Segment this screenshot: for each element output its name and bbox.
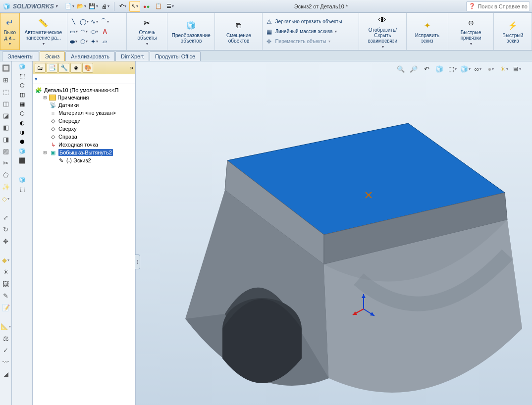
line-tool[interactable]: ╲ [69, 17, 78, 26]
shaded-icon[interactable]: ◨ [1, 135, 10, 144]
tab-evaluate[interactable]: Анализировать [65, 51, 115, 61]
ctx-11-icon[interactable]: ⬛ [19, 157, 26, 164]
tab-features[interactable]: Элементы [2, 51, 39, 61]
hide-show-icon[interactable]: ∞▾ [473, 63, 483, 74]
3d-viewport[interactable]: ⟩ 🔍 🔎 ↶ 🧊 ⬚▾ 🧊▾ ∞▾ ●▾ ☀▾ 🖥▾ [136, 61, 532, 405]
view-icon[interactable]: 🔲 [1, 63, 10, 72]
rebuild-button[interactable]: ●● [141, 1, 152, 12]
ctx-3-icon[interactable]: ⬠ [20, 82, 25, 89]
real-view-icon[interactable]: ✨ [1, 182, 10, 191]
display-tab[interactable]: 🎨 [82, 63, 93, 73]
ctx-6-icon[interactable]: ⬡ [20, 110, 25, 117]
rotate-icon[interactable]: ↻ [1, 225, 10, 234]
annotate-icon[interactable]: 📝 [1, 303, 10, 312]
expand-tree-icon[interactable]: » [130, 64, 133, 71]
exit-sketch-button[interactable]: ↵ Выхо д и... ▾ [0, 13, 20, 50]
tree-top-plane[interactable]: ◇Сверху [42, 125, 134, 133]
ctx-1-icon[interactable]: 🧊 [19, 63, 26, 70]
tree-root[interactable]: 🧩 Деталь10 (По умолчанию<<П [34, 86, 134, 94]
section-icon[interactable]: ✂ [1, 158, 10, 167]
dimxpert-tab[interactable]: ◈ [70, 63, 81, 73]
hlg-icon[interactable]: ◪ [1, 111, 10, 120]
wireframe-icon[interactable]: ⬚ [1, 87, 10, 96]
decal-icon[interactable]: 🖼 [1, 279, 10, 288]
section-view-icon[interactable]: 🧊 [434, 63, 445, 74]
view-settings-icon[interactable]: 🖥▾ [511, 63, 522, 74]
ellipse-tool[interactable]: ⬭▾ [90, 27, 99, 36]
convert-entities-button[interactable]: 🧊 Преобразование объектов [167, 13, 215, 50]
apply-scene-icon[interactable]: ☀▾ [498, 63, 509, 74]
help-search[interactable]: ❓ Поиск в Справке по [466, 1, 530, 11]
tree-right-plane[interactable]: ◇Справа [42, 133, 134, 141]
measure-icon[interactable]: 📐▾ [1, 322, 10, 331]
new-button[interactable]: 📄▾ [64, 1, 75, 12]
ctx-13-icon[interactable]: ⬚ [20, 186, 25, 193]
spline-tool[interactable]: ∿▾ [90, 17, 99, 26]
app-menu-dropdown[interactable]: ▾ [55, 4, 57, 8]
mass-icon[interactable]: ⚖ [1, 334, 10, 343]
print-button[interactable]: 🖨▾ [100, 1, 111, 12]
point-tool[interactable]: ✦▾ [90, 37, 99, 46]
configuration-tab[interactable]: 🔧 [58, 63, 69, 73]
tree-sensors[interactable]: 📡Датчики [42, 101, 134, 109]
tab-dimxpert[interactable]: DimXpert [115, 51, 149, 61]
smart-dimension-button[interactable]: 📏 Автоматическое нанесение ра... ▾ [20, 13, 67, 50]
tree-origin[interactable]: ↳Исходная точка [42, 141, 134, 149]
ctx-8-icon[interactable]: ◑ [20, 129, 25, 136]
save-button[interactable]: 💾▾ [88, 1, 99, 12]
ctx-7-icon[interactable]: ◐ [20, 120, 25, 126]
ctx-2-icon[interactable]: ⬚ [20, 73, 25, 79]
property-manager-tab[interactable]: 📑 [47, 63, 57, 73]
offset-entities-button[interactable]: ⧉ Смещение объектов [215, 13, 263, 50]
rectangle-tool[interactable]: ▭▾ [69, 27, 78, 36]
quick-snaps-button[interactable]: ⊙ Быстрые привязки ▾ [448, 13, 494, 50]
slot-tool[interactable]: ⬬▾ [69, 37, 78, 46]
edit-appearance-icon[interactable]: ●▾ [485, 63, 496, 74]
settings-button[interactable]: ☰▾ [165, 1, 176, 12]
fillet-tool[interactable]: ⌒▾ [101, 17, 109, 26]
ctx-4-icon[interactable]: ◫ [20, 92, 25, 98]
zoom-area-icon[interactable]: 🔎 [408, 63, 419, 74]
perspective-icon[interactable]: ⬠ [1, 170, 10, 179]
plane-tool[interactable]: ▱ [101, 37, 109, 46]
tab-office[interactable]: Продукты Office [150, 51, 201, 61]
check-icon[interactable]: ✓ [1, 346, 10, 354]
linear-pattern-button[interactable]: ▦Линейный массив эскиза▾ [265, 27, 356, 36]
display-style-icon[interactable]: 🧊▾ [460, 63, 471, 74]
hlr-icon[interactable]: ◫ [1, 99, 10, 108]
move-icon[interactable]: ⤢ [1, 213, 10, 222]
tree-sketch2[interactable]: ✎(-) Эскиз2 [50, 156, 134, 164]
expand-icon[interactable]: ⊞ [43, 95, 48, 100]
tree-boss-extrude[interactable]: ⊞▣Бобышка-Вытянуть2 [42, 149, 134, 156]
feature-manager-tab[interactable]: 🗂 [35, 63, 46, 73]
mirror-entities-button[interactable]: ⚠Зеркально отразить объекты [265, 17, 356, 26]
repair-sketch-button[interactable]: ✦ Исправить эскиз [407, 13, 448, 50]
tree-annotations[interactable]: ⊞Примечания [42, 94, 134, 101]
ctx-12-icon[interactable]: 🧊 [19, 177, 26, 183]
tree-front-plane[interactable]: ◇Спереди [42, 117, 134, 125]
polygon-tool[interactable]: ⬡▾ [80, 37, 89, 46]
move-entities-button[interactable]: ✥Переместить объекты▾ [265, 37, 356, 46]
draft-icon[interactable]: ◢ [1, 369, 10, 378]
panel-resize-handle[interactable]: ⟩ [135, 254, 140, 269]
curvature-icon[interactable]: 〰 [1, 357, 10, 366]
pan-icon[interactable]: ✥ [1, 237, 10, 246]
appearance-icon[interactable]: ◆▾ [1, 255, 10, 264]
options-button[interactable]: 📋 [153, 1, 164, 12]
app-menu-icon[interactable]: 🧊 [2, 2, 11, 11]
display-relations-button[interactable]: 👁 Отобразить/Скрыть взаимосвязи ▾ [359, 13, 407, 50]
trim-button[interactable]: ✂ Отсечь объекты ▾ [127, 13, 167, 50]
view-orientation-icon[interactable]: ⬚▾ [447, 63, 458, 74]
rapid-sketch-button[interactable]: ⚡ Быстрый эскиз [494, 13, 532, 50]
standard-views-icon[interactable]: ⊞ [1, 75, 10, 84]
text-tool[interactable]: A [101, 27, 109, 36]
shadow-icon[interactable]: ▨ [1, 147, 10, 155]
select-button[interactable]: ↖▾ [129, 1, 140, 12]
ctx-9-icon[interactable]: ⬢ [20, 139, 25, 145]
arc-tool[interactable]: ◠▾ [80, 27, 89, 36]
scene-icon[interactable]: ☀ [1, 267, 10, 276]
expand-icon[interactable]: ⊞ [43, 150, 48, 155]
prev-view-icon[interactable]: ↶ [421, 63, 432, 74]
open-button[interactable]: 📂▾ [76, 1, 87, 12]
tab-sketch[interactable]: Эскиз [40, 51, 65, 61]
